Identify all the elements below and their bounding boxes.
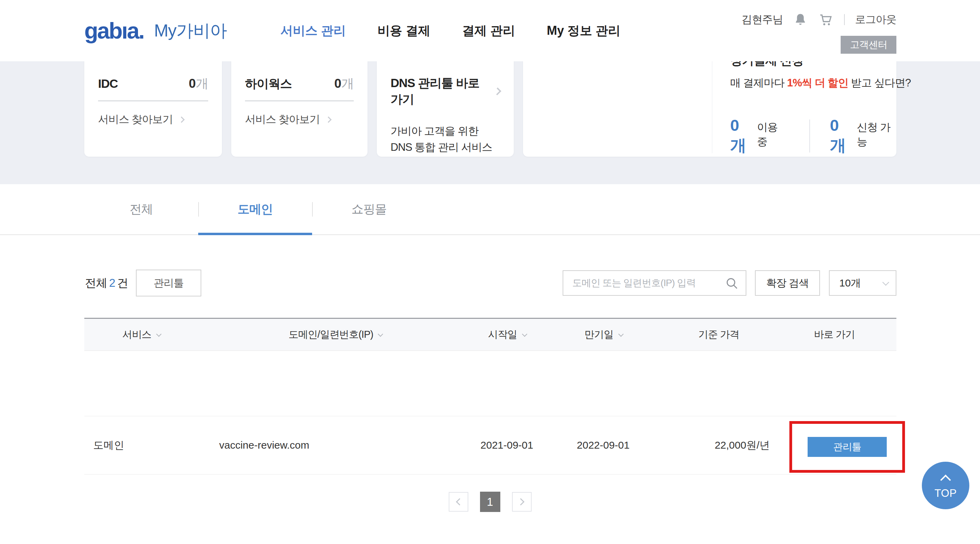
domain-search-box [563,270,746,296]
card-idc-count: 0개 [189,75,208,92]
nav-service-management[interactable]: 서비스 관리 [280,22,346,39]
column-header-end-date[interactable]: 만기일 [541,328,665,341]
card-hiworks-title: 하이웍스 [245,76,292,92]
promo-line-prefix: 매 결제마다 [730,77,787,89]
card-hiworks-browse-label: 서비스 찾아보기 [245,112,320,127]
total-suffix: 건 [117,276,128,289]
scroll-to-top-button[interactable]: TOP [922,462,969,509]
header: gabıa. My가비아 서비스 관리 비용 결제 결제 관리 My 정보 관리… [0,0,980,61]
pagination: 1 [0,492,980,512]
chevron-down-icon [378,331,383,337]
service-tabs: 전체 도메인 쇼핑몰 [84,184,426,234]
dns-desc-line2: DNS 통합 관리 서비스 [391,139,500,156]
tab-all[interactable]: 전체 [84,184,198,234]
chevron-up-icon [940,474,951,485]
service-cards-strip: IDC 0개 서비스 찾아보기 하이웍스 0개 서비스 찾아보기 [0,61,980,184]
chevron-down-icon [882,279,889,286]
stat-in-use-label: 이용 중 [757,120,787,149]
table-empty-space [84,351,896,416]
card-hiworks-browse-link[interactable]: 서비스 찾아보기 [245,112,331,127]
row-price: 22,000원/년 [665,438,773,452]
chevron-left-icon [456,498,463,506]
red-highlight-annotation: 관리툴 [789,421,905,473]
manage-tool-button[interactable]: 관리툴 [136,270,201,297]
column-header-service[interactable]: 서비스 [84,328,198,341]
dns-tool-title: DNS 관리툴 바로가기 [391,75,487,107]
row-end-date: 2022-09-01 [541,439,665,451]
expand-search-button[interactable]: 확장 검색 [755,270,820,296]
promo-discount-line: 매 결제마다 1%씩 더 할인 받고 싶다면? [730,76,896,90]
service-tabs-section: 전체 도메인 쇼핑몰 [0,184,980,235]
promo-clipped-title-wrap: 정기결제 신청 [730,61,896,67]
stat-available-label: 신청 가능 [857,120,896,149]
tab-shopping-mall[interactable]: 쇼핑몰 [312,184,426,234]
nav-billing[interactable]: 비용 결제 [377,22,431,39]
customer-center-button[interactable]: 고객센터 [841,36,896,54]
card-dns: DNS 관리툴 바로가기 가비아 고객을 위한 DNS 통합 관리 서비스 [377,61,514,157]
card-hiworks: 하이웍스 0개 서비스 찾아보기 [231,61,368,157]
top-button-label: TOP [935,487,957,499]
stat-divider [809,120,810,153]
chevron-down-icon [522,331,527,337]
column-label: 만기일 [585,328,614,341]
card-divider [98,101,208,101]
pagination-current-page[interactable]: 1 [480,492,500,512]
column-header-price: 기준 가격 [665,328,773,341]
chevron-right-icon [517,498,524,506]
column-header-shortcut: 바로 가기 [773,328,896,341]
dns-desc-line1: 가비아 고객을 위한 [391,123,500,139]
dns-tool-description: 가비아 고객을 위한 DNS 통합 관리 서비스 [391,123,500,155]
card-idc-browse-link[interactable]: 서비스 찾아보기 [98,112,184,127]
column-label: 시작일 [488,328,517,341]
chevron-right-icon [178,116,185,123]
chevron-right-icon [325,116,331,123]
page-size-select[interactable]: 10개 [829,270,896,296]
stat-available: 0개 신청 가능 [830,116,896,156]
table-row: 도메인 vaccine-review.com 2021-09-01 2022-0… [84,416,896,474]
my-gabia-title: My가비아 [154,19,227,42]
search-input[interactable] [563,271,715,295]
column-label: 도메인/일련번호(IP) [289,328,373,341]
logout-link[interactable]: 로그아웃 [855,13,896,27]
promo-title-clipped: 정기결제 신청 [730,61,896,67]
chevron-down-icon [618,331,624,337]
card-hiworks-count: 0개 [334,75,354,92]
stat-in-use-value: 0개 [730,116,752,156]
row-domain-name: vaccine-review.com [198,439,473,451]
card-divider [245,101,354,101]
stat-available-value: 0개 [830,116,852,156]
column-header-start-date[interactable]: 시작일 [473,328,541,341]
gabia-logo-text: gabıa. [84,18,144,44]
card-recurring-payment: 정기결제 신청 매 결제마다 1%씩 더 할인 받고 싶다면? 0개 이용 중 … [523,61,896,157]
column-header-domain[interactable]: 도메인/일련번호(IP) [198,328,473,341]
promo-line-highlight: 1%씩 더 할인 [787,77,848,89]
row-manage-tool-button[interactable]: 관리툴 [808,437,887,457]
nav-my-info[interactable]: My 정보 관리 [547,22,620,39]
cart-icon[interactable] [818,12,834,27]
row-start-date: 2021-09-01 [473,439,541,451]
card-idc: IDC 0개 서비스 찾아보기 [84,61,222,157]
nav-payment-management[interactable]: 결제 관리 [462,22,515,39]
page-size-value: 10개 [839,276,861,290]
promo-stats: 0개 이용 중 0개 신청 가능 [730,116,896,156]
card-idc-count-value: 0 [189,77,196,91]
chevron-down-icon [156,331,161,337]
search-icon[interactable] [724,276,740,292]
total-prefix: 전체 [85,276,107,289]
total-count-line: 전체2건 [85,270,128,297]
main-nav: 서비스 관리 비용 결제 결제 관리 My 정보 관리 [280,0,620,61]
column-label: 서비스 [123,328,151,341]
notification-bell-icon[interactable] [793,13,808,27]
chevron-right-icon [493,88,501,96]
dns-tool-link[interactable]: DNS 관리툴 바로가기 [391,75,500,107]
gabia-logo[interactable]: gabıa. My가비아 [84,0,227,61]
user-name: 김현주님 [741,13,783,27]
pagination-prev-button[interactable] [449,492,468,512]
pagination-next-button[interactable] [512,492,531,512]
column-label: 기준 가격 [698,328,739,341]
services-table: 서비스 도메인/일련번호(IP) 시작일 만기일 기준 가격 바로 가기 도메인… [84,318,896,474]
card-idc-count-suffix: 개 [196,77,208,91]
total-count: 2 [109,276,115,289]
tab-domain[interactable]: 도메인 [198,184,312,234]
row-service-type: 도메인 [84,438,198,452]
